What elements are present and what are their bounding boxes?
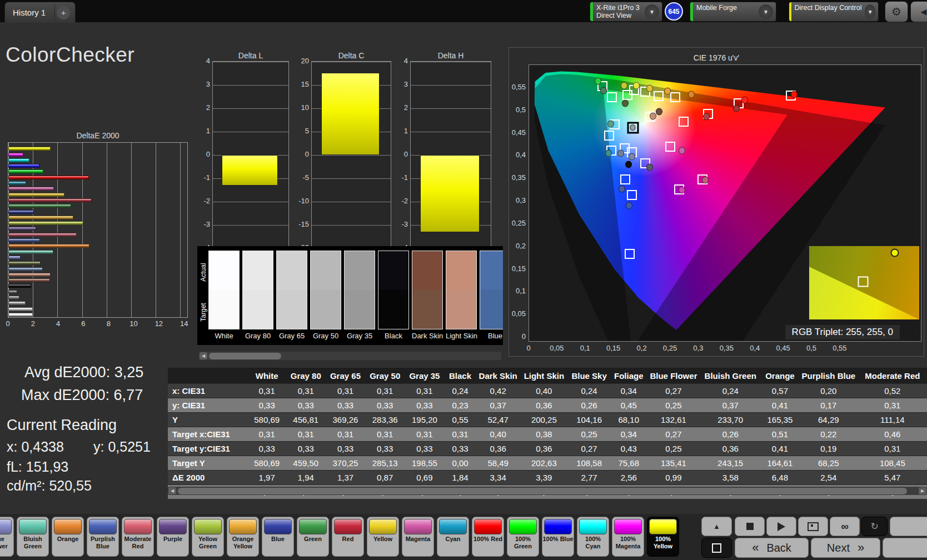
tab-history[interactable]: History 1 [5, 8, 53, 17]
source-dropdown[interactable]: Mobile Forge ▼ [690, 2, 776, 22]
scroll-left-icon[interactable]: ◀ [168, 487, 176, 494]
stop-button[interactable] [735, 517, 765, 536]
table-cell: 370,25 [326, 456, 365, 471]
pattern-window-toggle[interactable] [701, 538, 732, 558]
table-header-cell: Gray 35 [405, 368, 444, 384]
patch-button-blue-flower[interactable]: Blue Flower [0, 517, 14, 557]
table-header-cell: Gray 50 [365, 368, 405, 384]
patch-button-red[interactable]: Red [332, 517, 364, 557]
extra-nav-button[interactable] [883, 538, 927, 558]
swatch-tile[interactable]: Gray 35 [344, 251, 375, 340]
swatch-tile[interactable]: Light Skin [446, 251, 477, 340]
deltae-bar [8, 187, 54, 191]
axis-tick-label: 0,4 [750, 344, 760, 352]
table-cell: 132,61 [647, 413, 700, 427]
swatch-tile[interactable]: Gray 80 [242, 251, 273, 340]
patch-button-100-yellow[interactable]: 100% Yellow [647, 517, 679, 557]
table-header-cell: Bluish Green [700, 368, 761, 384]
measured-marker [656, 108, 662, 115]
continuous-measure-button[interactable]: ∞ [830, 517, 860, 536]
table-scrollbar-thumb[interactable] [178, 488, 907, 494]
patch-button-orange[interactable]: Orange [52, 517, 84, 557]
deltae-bar [8, 256, 21, 259]
swatch-tile[interactable]: White [208, 251, 240, 340]
patch-color-face [544, 519, 572, 534]
loop-button[interactable]: ↻ [861, 517, 888, 536]
patch-button-green[interactable]: Green [297, 517, 329, 557]
delta-chart-plot [410, 61, 491, 249]
deltae-bar [8, 147, 51, 151]
swatch-scrollbar-thumb[interactable] [209, 353, 281, 359]
display-control-dropdown[interactable]: Direct Display Control ▼ [789, 2, 879, 22]
axis-tick-label: -1 [198, 173, 210, 182]
patch-button-blue[interactable]: Blue [262, 517, 294, 557]
table-cell: 0,31 [326, 427, 365, 442]
deltae-bar [8, 233, 77, 237]
axis-tick-label: 10 [297, 103, 309, 112]
scroll-left-icon[interactable]: ◀ [200, 352, 207, 359]
play-icon [778, 522, 785, 531]
patch-button-100-magenta[interactable]: 100% Magenta [612, 517, 644, 557]
back-button-label: Back [766, 542, 791, 554]
patch-button-100-red[interactable]: 100% Red [472, 517, 504, 557]
settings-button[interactable]: ⚙ [885, 1, 908, 22]
chevron-down-icon[interactable]: ▼ [865, 4, 875, 19]
back-button[interactable]: « Back [735, 538, 809, 558]
patch-button-100-cyan[interactable]: 100% Cyan [577, 517, 609, 557]
patch-button-yellow-green[interactable]: Yellow Green [192, 517, 224, 557]
patch-button-bluish-green[interactable]: Bluish Green [17, 517, 49, 557]
axis-tick-label: 3 [198, 80, 210, 88]
swatch-tile[interactable]: Gray 50 [310, 251, 341, 340]
axis-tick-label: 5 [297, 127, 309, 135]
patch-button-100-blue[interactable]: 100% Blue [542, 517, 574, 557]
table-cell: 0,37 [476, 398, 520, 413]
patch-button-moderate-red[interactable]: Moderate Red [122, 517, 154, 557]
deltae-bar [8, 153, 23, 157]
table-scrollbar[interactable]: ◀ ▶ [168, 487, 927, 495]
next-button[interactable]: Next » [811, 538, 880, 558]
plus-icon: + [57, 6, 70, 19]
extra-control-button[interactable] [890, 517, 927, 536]
pattern-source-button[interactable] [798, 517, 828, 536]
table-cell: 200,25 [520, 413, 568, 427]
target-marker [607, 92, 617, 102]
swatch-tile[interactable]: Dark Skin [412, 251, 443, 340]
patch-button-magenta[interactable]: Magenta [402, 517, 434, 557]
table-cell: 0,31 [326, 384, 365, 398]
axis-tick-label: 0,35 [509, 173, 526, 182]
table-cell: 0,87 [365, 471, 405, 485]
collapse-panel-button[interactable]: ◀ [910, 1, 927, 22]
measured-marker [679, 147, 685, 154]
patch-button-cyan[interactable]: Cyan [437, 517, 469, 557]
table-cell: 0,25 [647, 398, 700, 413]
swatch-tile[interactable]: Blue [480, 251, 503, 340]
patch-button-orange-yellow[interactable]: Orange Yellow [227, 517, 259, 557]
patch-button-100-green[interactable]: 100% Green [507, 517, 539, 557]
patch-color-face [0, 519, 12, 534]
chevron-down-icon[interactable]: ▼ [645, 4, 659, 19]
patch-button-purplish-blue[interactable]: Purplish Blue [87, 517, 119, 557]
swatch-scrollbar[interactable]: ◀ [199, 352, 501, 360]
table-cell: 0,27 [647, 384, 700, 398]
meter-dropdown[interactable]: X-Rite i1Pro 3 Direct View ▼ [590, 2, 662, 22]
pattern-up-button[interactable]: ▲ [701, 517, 732, 536]
swatch-label: Gray 35 [344, 332, 375, 340]
measured-marker [595, 77, 601, 84]
scroll-right-icon[interactable]: ▶ [919, 487, 926, 494]
swatch-tile[interactable]: Black [378, 251, 409, 340]
chevron-down-icon[interactable]: ▼ [759, 4, 773, 19]
table-cell: 0,33 [326, 398, 365, 413]
measured-marker [622, 100, 629, 107]
patch-button-purple[interactable]: Purple [157, 517, 189, 557]
add-tab-button[interactable]: + [54, 4, 72, 21]
meter-count-badge[interactable]: 645 [665, 2, 683, 21]
swatch-tile[interactable]: Gray 65 [276, 251, 307, 340]
table-cell: 0,36 [520, 398, 568, 413]
play-button[interactable] [766, 517, 796, 536]
table-cell: 580,69 [248, 413, 286, 427]
deltae-bar [8, 244, 89, 248]
patch-label: Bluish Green [17, 536, 48, 549]
axis-tick-label: 0,3 [509, 196, 526, 204]
axis-tick-label: 0,55 [509, 83, 526, 91]
patch-button-yellow[interactable]: Yellow [367, 517, 399, 557]
